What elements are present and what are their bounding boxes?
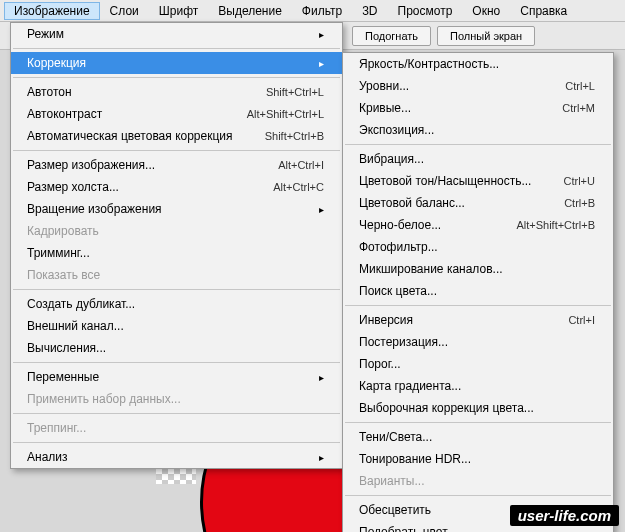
menu-view[interactable]: Просмотр xyxy=(388,2,463,20)
menu-item-applydata: Применить набор данных... xyxy=(11,388,342,410)
menu-item-vibrance[interactable]: Вибрация... xyxy=(343,148,613,170)
menu-item-gradientmap[interactable]: Карта градиента... xyxy=(343,375,613,397)
menu-item-curves[interactable]: Кривые...Ctrl+M xyxy=(343,97,613,119)
menu-item-invert[interactable]: ИнверсияCtrl+I xyxy=(343,309,613,331)
menu-item-canvassize[interactable]: Размер холста...Alt+Ctrl+C xyxy=(11,176,342,198)
menubar: Изображение Слои Шрифт Выделение Фильтр … xyxy=(0,0,625,22)
menu-item-trim[interactable]: Тримминг... xyxy=(11,242,342,264)
menu-item-selective[interactable]: Выборочная коррекция цвета... xyxy=(343,397,613,419)
menu-item-autotone[interactable]: АвтотонShift+Ctrl+L xyxy=(11,81,342,103)
menu-item-huesat[interactable]: Цветовой тон/Насыщенность...Ctrl+U xyxy=(343,170,613,192)
menu-item-crop: Кадрировать xyxy=(11,220,342,242)
menu-image[interactable]: Изображение xyxy=(4,2,100,20)
image-dropdown: Режим Коррекция АвтотонShift+Ctrl+L Авто… xyxy=(10,22,343,469)
menu-select[interactable]: Выделение xyxy=(208,2,292,20)
menu-item-mode[interactable]: Режим xyxy=(11,23,342,45)
menu-item-colorlookup[interactable]: Поиск цвета... xyxy=(343,280,613,302)
menu-item-shadows[interactable]: Тени/Света... xyxy=(343,426,613,448)
correction-dropdown: Яркость/Контрастность... Уровни...Ctrl+L… xyxy=(342,52,614,532)
menu-type[interactable]: Шрифт xyxy=(149,2,208,20)
menu-item-rotation[interactable]: Вращение изображения xyxy=(11,198,342,220)
menu-item-posterize[interactable]: Постеризация... xyxy=(343,331,613,353)
watermark: user-life.com xyxy=(510,505,619,526)
menu-item-variables[interactable]: Переменные xyxy=(11,366,342,388)
menu-item-brightness[interactable]: Яркость/Контрастность... xyxy=(343,53,613,75)
menu-help[interactable]: Справка xyxy=(510,2,577,20)
menu-item-colorbal[interactable]: Цветовой баланс...Ctrl+B xyxy=(343,192,613,214)
menu-layers[interactable]: Слои xyxy=(100,2,149,20)
menu-item-channelmix[interactable]: Микширование каналов... xyxy=(343,258,613,280)
menu-item-imagesize[interactable]: Размер изображения...Alt+Ctrl+I xyxy=(11,154,342,176)
menu-item-bw[interactable]: Черно-белое...Alt+Shift+Ctrl+B xyxy=(343,214,613,236)
menu-item-reveal: Показать все xyxy=(11,264,342,286)
menu-3d[interactable]: 3D xyxy=(352,2,387,20)
menu-item-autocolor[interactable]: Автоматическая цветовая коррекцияShift+C… xyxy=(11,125,342,147)
menu-item-calculations[interactable]: Вычисления... xyxy=(11,337,342,359)
menu-item-applyimage[interactable]: Внешний канал... xyxy=(11,315,342,337)
menu-item-autocontrast[interactable]: АвтоконтрастAlt+Shift+Ctrl+L xyxy=(11,103,342,125)
menu-item-threshold[interactable]: Порог... xyxy=(343,353,613,375)
menu-item-variations: Варианты... xyxy=(343,470,613,492)
menu-filter[interactable]: Фильтр xyxy=(292,2,352,20)
menu-item-analysis[interactable]: Анализ xyxy=(11,446,342,468)
menu-item-exposure[interactable]: Экспозиция... xyxy=(343,119,613,141)
fit-button[interactable]: Подогнать xyxy=(352,26,431,46)
menu-item-trap: Треппинг... xyxy=(11,417,342,439)
menu-item-duplicate[interactable]: Создать дубликат... xyxy=(11,293,342,315)
menu-item-photofilter[interactable]: Фотофильтр... xyxy=(343,236,613,258)
menu-item-correction[interactable]: Коррекция xyxy=(11,52,342,74)
fullscreen-button[interactable]: Полный экран xyxy=(437,26,535,46)
menu-item-levels[interactable]: Уровни...Ctrl+L xyxy=(343,75,613,97)
menu-window[interactable]: Окно xyxy=(462,2,510,20)
menu-item-hdr[interactable]: Тонирование HDR... xyxy=(343,448,613,470)
